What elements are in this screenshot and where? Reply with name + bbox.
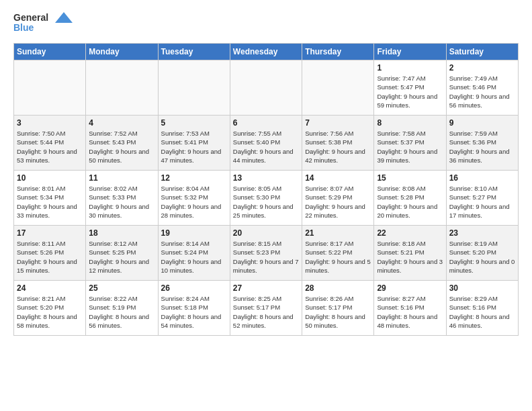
logo-svg: GeneralBlue [13, 11, 74, 35]
cell-3-2: 11Sunrise: 8:02 AM Sunset: 5:33 PM Dayli… [86, 171, 158, 226]
day-info: Sunrise: 8:10 AM Sunset: 5:27 PM Dayligh… [449, 184, 515, 220]
cell-2-1: 3Sunrise: 7:50 AM Sunset: 5:44 PM Daylig… [14, 116, 86, 171]
day-info: Sunrise: 8:12 AM Sunset: 5:25 PM Dayligh… [89, 239, 154, 275]
header-day-saturday: Saturday [446, 44, 518, 60]
header-day-tuesday: Tuesday [158, 44, 230, 60]
day-info: Sunrise: 7:58 AM Sunset: 5:37 PM Dayligh… [377, 129, 443, 165]
day-info: Sunrise: 8:14 AM Sunset: 5:24 PM Dayligh… [161, 239, 227, 275]
day-number: 2 [449, 63, 515, 73]
cell-5-1: 24Sunrise: 8:21 AM Sunset: 5:20 PM Dayli… [14, 281, 86, 336]
cell-4-4: 20Sunrise: 8:15 AM Sunset: 5:23 PM Dayli… [230, 226, 302, 281]
day-number: 11 [89, 173, 154, 183]
day-number: 22 [377, 228, 443, 238]
header-day-thursday: Thursday [302, 44, 374, 60]
calendar-body: 1Sunrise: 7:47 AM Sunset: 5:47 PM Daylig… [14, 60, 519, 336]
cell-4-3: 19Sunrise: 8:14 AM Sunset: 5:24 PM Dayli… [158, 226, 230, 281]
day-info: Sunrise: 7:47 AM Sunset: 5:47 PM Dayligh… [377, 74, 443, 109]
cell-4-1: 17Sunrise: 8:11 AM Sunset: 5:26 PM Dayli… [14, 226, 86, 281]
day-info: Sunrise: 7:56 AM Sunset: 5:38 PM Dayligh… [305, 129, 371, 165]
day-number: 18 [89, 228, 154, 238]
day-number: 29 [377, 283, 443, 293]
day-number: 26 [161, 283, 227, 293]
day-number: 7 [305, 118, 371, 128]
week-row-3: 10Sunrise: 8:01 AM Sunset: 5:34 PM Dayli… [14, 171, 519, 226]
cell-5-5: 28Sunrise: 8:26 AM Sunset: 5:17 PM Dayli… [302, 281, 374, 336]
day-info: Sunrise: 7:52 AM Sunset: 5:43 PM Dayligh… [89, 129, 154, 165]
day-info: Sunrise: 7:49 AM Sunset: 5:46 PM Dayligh… [449, 74, 515, 109]
header-day-sunday: Sunday [14, 44, 86, 60]
cell-1-7: 2Sunrise: 7:49 AM Sunset: 5:46 PM Daylig… [446, 60, 518, 116]
logo: GeneralBlue [13, 11, 74, 35]
cell-5-2: 25Sunrise: 8:22 AM Sunset: 5:19 PM Dayli… [86, 281, 158, 336]
header-day-wednesday: Wednesday [230, 44, 302, 60]
day-info: Sunrise: 8:26 AM Sunset: 5:17 PM Dayligh… [305, 294, 371, 330]
day-number: 16 [449, 173, 515, 183]
cell-5-3: 26Sunrise: 8:24 AM Sunset: 5:18 PM Dayli… [158, 281, 230, 336]
week-row-2: 3Sunrise: 7:50 AM Sunset: 5:44 PM Daylig… [14, 116, 519, 171]
cell-2-7: 9Sunrise: 7:59 AM Sunset: 5:36 PM Daylig… [446, 116, 518, 171]
day-info: Sunrise: 8:04 AM Sunset: 5:32 PM Dayligh… [161, 184, 227, 220]
day-number: 12 [161, 173, 227, 183]
cell-3-5: 14Sunrise: 8:07 AM Sunset: 5:29 PM Dayli… [302, 171, 374, 226]
day-number: 5 [161, 118, 227, 128]
day-info: Sunrise: 8:02 AM Sunset: 5:33 PM Dayligh… [89, 184, 154, 220]
day-info: Sunrise: 8:22 AM Sunset: 5:19 PM Dayligh… [89, 294, 154, 330]
header-day-monday: Monday [86, 44, 158, 60]
day-number: 30 [449, 283, 515, 293]
day-number: 20 [233, 228, 299, 238]
cell-3-7: 16Sunrise: 8:10 AM Sunset: 5:27 PM Dayli… [446, 171, 518, 226]
day-number: 21 [305, 228, 371, 238]
day-number: 1 [377, 63, 443, 73]
svg-marker-0 [55, 12, 73, 23]
cell-2-6: 8Sunrise: 7:58 AM Sunset: 5:37 PM Daylig… [374, 116, 446, 171]
day-number: 6 [233, 118, 299, 128]
week-row-4: 17Sunrise: 8:11 AM Sunset: 5:26 PM Dayli… [14, 226, 519, 281]
day-info: Sunrise: 8:24 AM Sunset: 5:18 PM Dayligh… [161, 294, 227, 330]
cell-1-3 [158, 60, 230, 116]
day-info: Sunrise: 8:08 AM Sunset: 5:28 PM Dayligh… [377, 184, 443, 220]
cell-1-1 [14, 60, 86, 116]
day-info: Sunrise: 8:25 AM Sunset: 5:17 PM Dayligh… [233, 294, 299, 330]
calendar-table: SundayMondayTuesdayWednesdayThursdayFrid… [13, 43, 519, 336]
day-info: Sunrise: 8:07 AM Sunset: 5:29 PM Dayligh… [305, 184, 371, 220]
day-number: 25 [89, 283, 154, 293]
cell-5-4: 27Sunrise: 8:25 AM Sunset: 5:17 PM Dayli… [230, 281, 302, 336]
week-row-5: 24Sunrise: 8:21 AM Sunset: 5:20 PM Dayli… [14, 281, 519, 336]
cell-3-6: 15Sunrise: 8:08 AM Sunset: 5:28 PM Dayli… [374, 171, 446, 226]
calendar-header: SundayMondayTuesdayWednesdayThursdayFrid… [14, 44, 519, 60]
cell-1-4 [230, 60, 302, 116]
header: GeneralBlue [13, 11, 519, 35]
day-info: Sunrise: 8:27 AM Sunset: 5:16 PM Dayligh… [377, 294, 443, 330]
day-number: 19 [161, 228, 227, 238]
header-row: SundayMondayTuesdayWednesdayThursdayFrid… [14, 44, 519, 60]
day-number: 28 [305, 283, 371, 293]
day-number: 27 [233, 283, 299, 293]
day-number: 3 [17, 118, 83, 128]
day-number: 4 [89, 118, 154, 128]
day-info: Sunrise: 8:15 AM Sunset: 5:23 PM Dayligh… [233, 239, 299, 275]
cell-2-3: 5Sunrise: 7:53 AM Sunset: 5:41 PM Daylig… [158, 116, 230, 171]
cell-4-5: 21Sunrise: 8:17 AM Sunset: 5:22 PM Dayli… [302, 226, 374, 281]
cell-1-2 [86, 60, 158, 116]
cell-1-5 [302, 60, 374, 116]
cell-5-7: 30Sunrise: 8:29 AM Sunset: 5:16 PM Dayli… [446, 281, 518, 336]
day-info: Sunrise: 7:55 AM Sunset: 5:40 PM Dayligh… [233, 129, 299, 165]
cell-2-5: 7Sunrise: 7:56 AM Sunset: 5:38 PM Daylig… [302, 116, 374, 171]
day-number: 24 [17, 283, 83, 293]
day-info: Sunrise: 8:05 AM Sunset: 5:30 PM Dayligh… [233, 184, 299, 220]
day-number: 15 [377, 173, 443, 183]
cell-3-4: 13Sunrise: 8:05 AM Sunset: 5:30 PM Dayli… [230, 171, 302, 226]
day-info: Sunrise: 8:11 AM Sunset: 5:26 PM Dayligh… [17, 239, 83, 275]
day-info: Sunrise: 7:59 AM Sunset: 5:36 PM Dayligh… [449, 129, 515, 165]
svg-text:Blue: Blue [13, 22, 34, 33]
day-number: 13 [233, 173, 299, 183]
cell-3-1: 10Sunrise: 8:01 AM Sunset: 5:34 PM Dayli… [14, 171, 86, 226]
day-number: 8 [377, 118, 443, 128]
day-number: 10 [17, 173, 83, 183]
cell-5-6: 29Sunrise: 8:27 AM Sunset: 5:16 PM Dayli… [374, 281, 446, 336]
cell-3-3: 12Sunrise: 8:04 AM Sunset: 5:32 PM Dayli… [158, 171, 230, 226]
day-info: Sunrise: 8:19 AM Sunset: 5:20 PM Dayligh… [449, 239, 515, 275]
cell-2-4: 6Sunrise: 7:55 AM Sunset: 5:40 PM Daylig… [230, 116, 302, 171]
week-row-1: 1Sunrise: 7:47 AM Sunset: 5:47 PM Daylig… [14, 60, 519, 116]
day-info: Sunrise: 8:29 AM Sunset: 5:16 PM Dayligh… [449, 294, 515, 330]
